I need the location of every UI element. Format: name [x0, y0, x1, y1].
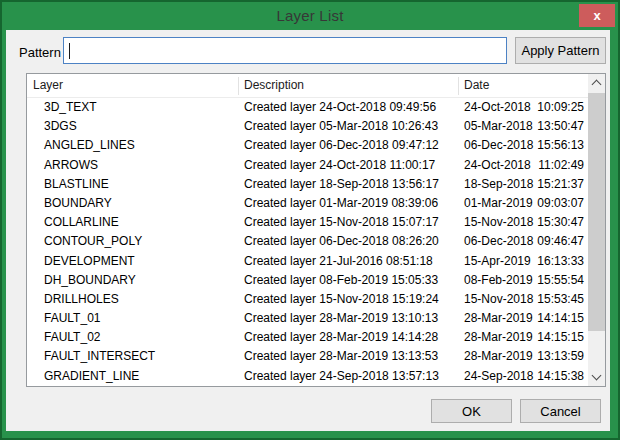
close-button[interactable]: x [579, 4, 615, 27]
text-caret [69, 43, 70, 59]
cell-description: Created layer 28-Mar-2019 14:14:28 [244, 328, 438, 347]
table-row[interactable]: BOUNDARY Created layer 01-Mar-2019 08:39… [27, 194, 588, 213]
cell-date-group: 28-Mar-2019 14:14:15 [464, 309, 584, 328]
cell-description: Created layer 24-Oct-2018 11:00:17 [244, 156, 435, 175]
dialog-body: Pattern Apply Pattern Layer Description … [6, 30, 610, 431]
pattern-input[interactable] [63, 37, 507, 64]
cell-time: 14:15:38 [537, 367, 584, 386]
table-body: 3D_TEXT Created layer 24-Oct-2018 09:49:… [27, 98, 588, 386]
vertical-scrollbar[interactable] [588, 74, 605, 386]
cell-date: 05-Mar-2018 [464, 117, 533, 136]
cell-description: Created layer 15-Nov-2018 15:07:17 [244, 213, 439, 232]
cell-layer: DEVELOPMENT [44, 252, 135, 271]
table-row[interactable]: BLASTLINE Created layer 18-Sep-2018 13:5… [27, 175, 588, 194]
cell-date: 24-Oct-2018 [464, 98, 531, 117]
cell-date: 01-Mar-2019 [464, 194, 533, 213]
column-separator[interactable] [238, 77, 239, 95]
scroll-up-button[interactable] [588, 74, 605, 91]
table-header: Layer Description Date [27, 74, 605, 98]
cell-date: 15-Nov-2018 [464, 290, 533, 309]
window-title: Layer List [2, 2, 618, 30]
table-row[interactable]: CONTOUR_POLY Created layer 06-Dec-2018 0… [27, 232, 588, 251]
cell-layer: FAULT_INTERSECT [44, 347, 155, 366]
cell-time: 15:21:37 [537, 175, 584, 194]
cell-time: 15:56:13 [537, 136, 584, 155]
ok-button[interactable]: OK [431, 399, 512, 423]
cell-description: Created layer 28-Mar-2019 13:10:13 [244, 309, 438, 328]
cell-date: 24-Sep-2018 [464, 367, 533, 386]
cell-date-group: 24-Oct-2018 10:09:25 [464, 98, 584, 117]
table-row[interactable]: COLLARLINE Created layer 15-Nov-2018 15:… [27, 213, 588, 232]
cell-layer: FAULT_01 [44, 309, 100, 328]
table-row[interactable]: DEVELOPMENT Created layer 21-Jul-2016 08… [27, 252, 588, 271]
cell-date: 18-Sep-2018 [464, 175, 533, 194]
table-row[interactable]: ANGLED_LINES Created layer 06-Dec-2018 0… [27, 136, 588, 155]
cell-description: Created layer 05-Mar-2018 10:26:43 [244, 117, 438, 136]
cell-date: 06-Dec-2018 [464, 136, 533, 155]
table-row[interactable]: FAULT_INTERSECT Created layer 28-Mar-201… [27, 347, 588, 366]
cell-date-group: 28-Mar-2019 14:15:15 [464, 328, 584, 347]
pattern-label: Pattern [19, 45, 61, 60]
cancel-button[interactable]: Cancel [520, 399, 601, 423]
cell-layer: BLASTLINE [44, 175, 109, 194]
cell-date-group: 08-Feb-2019 15:55:54 [464, 271, 584, 290]
cell-date: 28-Mar-2019 [464, 328, 533, 347]
cell-time: 15:53:45 [537, 290, 584, 309]
cell-layer: COLLARLINE [44, 213, 119, 232]
table-row[interactable]: 3D_TEXT Created layer 24-Oct-2018 09:49:… [27, 98, 588, 117]
cell-date-group: 01-Mar-2019 09:03:07 [464, 194, 584, 213]
table-row[interactable]: 3DGS Created layer 05-Mar-2018 10:26:43 … [27, 117, 588, 136]
cell-time: 14:15:15 [537, 328, 584, 347]
cell-description: Created layer 06-Dec-2018 09:47:12 [244, 136, 439, 155]
column-header-date[interactable]: Date [464, 74, 489, 97]
column-header-description[interactable]: Description [244, 74, 304, 97]
column-header-layer[interactable]: Layer [33, 74, 63, 97]
cell-date-group: 15-Nov-2018 15:30:47 [464, 213, 584, 232]
cell-description: Created layer 18-Sep-2018 13:56:17 [244, 175, 439, 194]
table-row[interactable]: FAULT_02 Created layer 28-Mar-2019 14:14… [27, 328, 588, 347]
scrollbar-thumb[interactable] [588, 93, 605, 331]
cell-layer: GRADIENT_LINE [44, 367, 139, 386]
cell-date: 28-Mar-2019 [464, 347, 533, 366]
cell-time: 09:46:47 [537, 232, 584, 251]
cell-date-group: 06-Dec-2018 15:56:13 [464, 136, 584, 155]
cell-time: 11:02:49 [538, 156, 584, 175]
cell-layer: 3D_TEXT [44, 98, 97, 117]
cell-layer: DH_BOUNDARY [44, 271, 136, 290]
cell-description: Created layer 15-Nov-2018 15:19:24 [244, 290, 439, 309]
apply-pattern-button[interactable]: Apply Pattern [515, 37, 606, 64]
cell-date-group: 24-Oct-2018 11:02:49 [464, 156, 584, 175]
cell-layer: ARROWS [44, 156, 98, 175]
cell-description: Created layer 24-Oct-2018 09:49:56 [244, 98, 436, 117]
cell-layer: DRILLHOLES [44, 290, 119, 309]
cell-description: Created layer 24-Sep-2018 13:57:13 [244, 367, 439, 386]
table-row[interactable]: DRILLHOLES Created layer 15-Nov-2018 15:… [27, 290, 588, 309]
cell-description: Created layer 06-Dec-2018 08:26:20 [244, 232, 439, 251]
table-row[interactable]: ARROWS Created layer 24-Oct-2018 11:00:1… [27, 156, 588, 175]
titlebar[interactable]: Layer List x [2, 2, 618, 30]
cell-date-group: 06-Dec-2018 09:46:47 [464, 232, 584, 251]
table-row[interactable]: GRADIENT_LINE Created layer 24-Sep-2018 … [27, 367, 588, 386]
column-separator[interactable] [458, 77, 459, 95]
chevron-down-icon [592, 371, 602, 381]
cell-date: 24-Oct-2018 [464, 156, 531, 175]
cell-time: 14:14:15 [537, 309, 584, 328]
cell-time: 15:30:47 [537, 213, 584, 232]
cell-date: 08-Feb-2019 [464, 271, 533, 290]
cell-time: 10:09:25 [537, 98, 584, 117]
cell-description: Created layer 08-Feb-2019 15:05:33 [244, 271, 438, 290]
table-row[interactable]: FAULT_01 Created layer 28-Mar-2019 13:10… [27, 309, 588, 328]
cell-date: 06-Dec-2018 [464, 232, 533, 251]
cell-date-group: 05-Mar-2018 13:50:47 [464, 117, 584, 136]
cell-date: 15-Apr-2019 [464, 252, 531, 271]
scroll-down-button[interactable] [588, 369, 605, 386]
cell-time: 15:55:54 [537, 271, 584, 290]
cell-layer: FAULT_02 [44, 328, 100, 347]
chevron-up-icon [592, 80, 602, 90]
cell-date-group: 18-Sep-2018 15:21:37 [464, 175, 584, 194]
table-row[interactable]: DH_BOUNDARY Created layer 08-Feb-2019 15… [27, 271, 588, 290]
cell-date-group: 15-Apr-2019 16:13:33 [464, 252, 584, 271]
cell-layer: ANGLED_LINES [44, 136, 135, 155]
cell-time: 16:13:33 [537, 252, 584, 271]
cell-description: Created layer 28-Mar-2019 13:13:53 [244, 347, 438, 366]
